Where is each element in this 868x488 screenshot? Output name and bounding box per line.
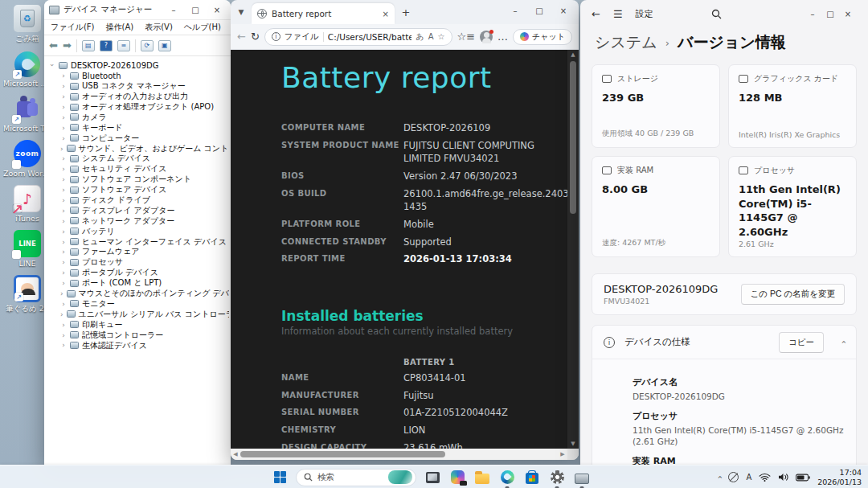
devices-icon[interactable]: ▣	[158, 40, 171, 51]
maximize-icon[interactable]: □	[821, 6, 839, 21]
edge-taskbar-button[interactable]	[498, 469, 516, 486]
read-aloud-icon[interactable]: A	[428, 32, 434, 41]
chevron-expanded-icon[interactable]: ›	[49, 62, 56, 68]
menu-item[interactable]: 表示(V)	[145, 22, 173, 33]
tree-row[interactable]: › オーディオ処理オブジェクト (APO)	[49, 102, 229, 113]
tree-row[interactable]: › Bluetooth	[49, 71, 229, 81]
tree-row[interactable]: › ポート (COM と LPT)	[49, 278, 229, 289]
tree-row[interactable]: › ヒューマン インターフェイス デバイス	[49, 236, 229, 247]
tree-row[interactable]: › ユニバーサル シリアル バス コントローラー	[49, 309, 229, 319]
translate-icon[interactable]: あ	[416, 31, 424, 43]
list-view-icon[interactable]: ≡	[117, 40, 130, 51]
chevron-collapsed-icon[interactable]: ›	[60, 175, 67, 183]
tree-row[interactable]: › ポータブル デバイス	[49, 268, 229, 278]
tab-close-icon[interactable]: ×	[383, 10, 389, 18]
tree-row[interactable]: › バッテリ	[49, 226, 229, 236]
chevron-collapsed-icon[interactable]: ›	[60, 321, 67, 329]
more-menu-icon[interactable]: …	[497, 31, 508, 43]
chevron-collapsed-icon[interactable]: ›	[60, 331, 67, 339]
hidden-icons-chevron-icon[interactable]: ›	[715, 476, 724, 479]
maximize-icon[interactable]: □	[527, 0, 551, 21]
scroll-left-icon[interactable]: ◀	[231, 451, 240, 457]
speaker-icon[interactable]	[778, 473, 788, 482]
ime-mode-indicator[interactable]: A	[746, 473, 751, 482]
hamburger-menu-icon[interactable]: ☰	[613, 8, 623, 20]
tree-root-row[interactable]: › DESKTOP-2026109DG	[49, 60, 229, 71]
taskbar-search[interactable]: 検索	[296, 469, 416, 486]
chevron-collapsed-icon[interactable]: ›	[60, 92, 67, 100]
new-tab-icon[interactable]: +	[398, 4, 414, 20]
expander-header[interactable]: i デバイスの仕様 コピー ›	[592, 326, 856, 359]
file-explorer-button[interactable]	[473, 469, 491, 486]
chevron-collapsed-icon[interactable]: ›	[60, 258, 67, 266]
chevron-collapsed-icon[interactable]: ›	[60, 165, 67, 173]
chevron-collapsed-icon[interactable]: ›	[60, 103, 67, 111]
menu-item[interactable]: 操作(A)	[106, 22, 134, 33]
chevron-collapsed-icon[interactable]: ›	[60, 248, 67, 256]
chevron-collapsed-icon[interactable]: ›	[60, 113, 67, 121]
back-icon[interactable]: ←	[592, 8, 600, 20]
chevron-collapsed-icon[interactable]: ›	[60, 134, 67, 142]
start-button[interactable]	[271, 469, 289, 486]
wifi-icon[interactable]	[759, 473, 771, 482]
close-icon[interactable]: ×	[551, 0, 575, 21]
copilot-app-button[interactable]	[448, 469, 466, 486]
tree-row[interactable]: › USB コネクタ マネージャー	[49, 81, 229, 92]
tree-row[interactable]: › カメラ	[49, 112, 229, 122]
minimize-icon[interactable]: –	[165, 2, 182, 17]
tree-row[interactable]: › ディスク ドライブ	[49, 195, 229, 206]
tree-row[interactable]: › コンピューター	[49, 133, 229, 143]
menu-item[interactable]: ヘルプ(H)	[184, 22, 221, 33]
chevron-collapsed-icon[interactable]: ›	[60, 124, 67, 132]
settings-taskbar-button[interactable]	[548, 469, 566, 486]
scroll-down-icon[interactable]: ▼	[571, 439, 575, 449]
vertical-scrollbar[interactable]: ▲ ▼	[567, 50, 579, 449]
scan-hardware-icon[interactable]: ⟳	[141, 40, 154, 51]
back-icon[interactable]: ←	[237, 31, 246, 43]
chevron-collapsed-icon[interactable]: ›	[60, 279, 67, 287]
chevron-collapsed-icon[interactable]: ›	[60, 145, 63, 153]
tree-row[interactable]: › サウンド、ビデオ、およびゲーム コントローラー	[49, 143, 229, 154]
profile-avatar[interactable]	[480, 31, 493, 43]
scroll-right-icon[interactable]: ▶	[558, 451, 567, 457]
tree-row[interactable]: › 印刷キュー	[49, 319, 229, 330]
tab-actions-chevron-icon[interactable]: ▼	[234, 5, 248, 19]
tree-row[interactable]: › キーボード	[49, 122, 229, 133]
search-highlight-image[interactable]	[388, 470, 412, 484]
tree-row[interactable]: › 記憶域コントローラー	[49, 330, 229, 340]
copilot-chat-button[interactable]: チャット	[513, 29, 572, 45]
close-icon[interactable]: ×	[208, 2, 226, 17]
tree-row[interactable]: › ディスプレイ アダプター	[49, 205, 229, 215]
rename-pc-button[interactable]: この PC の名前を変更	[741, 284, 845, 305]
status-slash-icon[interactable]	[728, 472, 739, 482]
chevron-collapsed-icon[interactable]: ›	[60, 196, 67, 204]
page-info-icon[interactable]: i	[272, 32, 280, 41]
scrollbar-thumb[interactable]	[570, 61, 576, 214]
tree-row[interactable]: › ソフトウェア デバイス	[49, 185, 229, 195]
chevron-collapsed-icon[interactable]: ›	[60, 300, 67, 308]
tree-row[interactable]: › セキュリティ デバイス	[49, 164, 229, 174]
favorites-hub-icon[interactable]: ☆≡	[457, 31, 476, 43]
chevron-collapsed-icon[interactable]: ›	[60, 186, 67, 194]
horizontal-scrollbar[interactable]: ◀ ▶	[231, 449, 567, 460]
menu-item[interactable]: ファイル(F)	[51, 22, 95, 33]
minimize-icon[interactable]: –	[804, 6, 821, 21]
minimize-icon[interactable]: –	[503, 0, 527, 21]
chevron-collapsed-icon[interactable]: ›	[60, 72, 67, 80]
tree-row[interactable]: › プロセッサ	[49, 257, 229, 268]
chevron-collapsed-icon[interactable]: ›	[60, 217, 67, 225]
task-view-button[interactable]	[424, 469, 441, 486]
battery-icon[interactable]	[796, 474, 810, 482]
favorite-star-icon[interactable]: ☆	[438, 32, 445, 41]
back-icon[interactable]: ⬅	[49, 39, 58, 51]
chevron-collapsed-icon[interactable]: ›	[60, 310, 63, 318]
copy-button[interactable]: コピー	[779, 332, 824, 353]
help-icon[interactable]: ?	[100, 40, 113, 51]
chevron-collapsed-icon[interactable]: ›	[60, 228, 67, 236]
forward-icon[interactable]: ➡	[63, 39, 72, 51]
chevron-collapsed-icon[interactable]: ›	[60, 289, 63, 297]
tree-row[interactable]: › ネットワーク アダプター	[49, 215, 229, 226]
chevron-up-icon[interactable]: ›	[839, 341, 848, 344]
close-icon[interactable]: ×	[839, 6, 857, 21]
search-icon[interactable]	[711, 9, 722, 19]
